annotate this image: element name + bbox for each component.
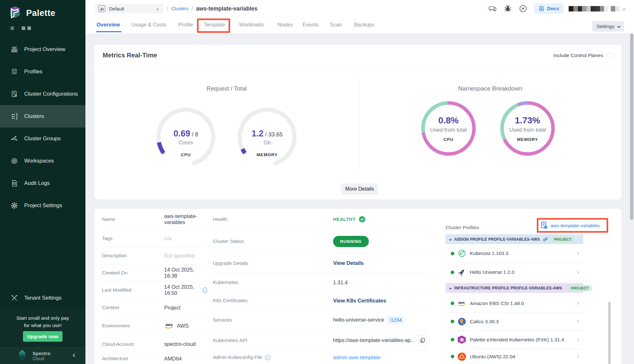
cpu-gauge: 0.69/ 8 Cores CPU — [154, 105, 218, 169]
profile-layer-name: Amazon EBS CSI 1.48.0 — [470, 301, 524, 306]
profile-layer-amazon-ebs[interactable]: aws Amazon EBS CSI 1.48.0 — [446, 294, 583, 313]
field-label: Created On — [102, 270, 164, 276]
sidebar-footer: Spectro Cloud — [0, 347, 85, 364]
active-tab-underline — [96, 31, 121, 32]
cpu-total-value: / 8 — [192, 131, 198, 138]
status-badge[interactable]: RUNNING — [333, 236, 369, 247]
tab-workloads[interactable]: Workloads — [239, 22, 264, 28]
service-port-link[interactable]: :1234 — [387, 316, 404, 324]
cluster-name-value: aws-template-variables — [164, 213, 207, 225]
chat-icon[interactable] — [488, 4, 497, 13]
page-scrollbar-thumb[interactable] — [630, 33, 633, 220]
profile-layer-name: Calico 3.30.3 — [470, 319, 499, 324]
sidebar-item-clusters[interactable]: Clusters — [0, 105, 85, 127]
tags-value: n/a — [164, 236, 171, 242]
sidebar-item-workspaces[interactable]: Workspaces — [0, 150, 85, 172]
project-selector[interactable]: Default — [95, 4, 163, 13]
metrics-card: Metrics Real-Time Include Control Planes… — [94, 45, 622, 200]
compass-icon[interactable] — [519, 4, 527, 13]
chevron-right-icon — [576, 355, 579, 358]
field-label: Cluster Status — [213, 238, 333, 244]
user-menu-chevron[interactable] — [623, 7, 626, 10]
detail-row-kubernetes: Kubernetes 1.31.4 — [213, 273, 430, 292]
tab-events[interactable]: Events — [302, 22, 318, 28]
cluster-settings-button[interactable]: Settings — [592, 21, 624, 32]
sidebar-item-cluster-configurations[interactable]: Cluster Configurations — [0, 83, 85, 105]
infrastructure-profile-header[interactable]: INFRASTRUCTURE PROFILE PROFILE-VARIABLES… — [446, 283, 583, 293]
cluster-profile-link[interactable]: aws-template-variables — [550, 223, 600, 228]
profile-layer-ubuntu[interactable]: Ubuntu (AWS) 22.04 — [446, 349, 583, 364]
field-label: K8s Certificates — [213, 298, 333, 303]
kubernetes-version-value: 1.31.4 — [333, 280, 348, 286]
breadcrumb-clusters-link[interactable]: Clusters — [171, 6, 188, 11]
copy-button[interactable] — [418, 335, 427, 346]
tab-profile[interactable]: Profile — [178, 22, 193, 28]
network-icon — [11, 135, 18, 142]
admin-kubeconfig-link[interactable]: admin.aws-template- — [333, 354, 382, 360]
tab-scan[interactable]: Scan — [330, 22, 342, 28]
view-k8s-certificates-link[interactable]: View K8s Certificates — [333, 298, 386, 304]
audit-log-icon — [11, 179, 18, 187]
chevron-right-icon — [576, 271, 579, 274]
memory-unit: Gb — [264, 140, 271, 146]
upgrade-text-line1: Start small and only pay — [0, 309, 85, 322]
cpu-used-percent: 0.8% — [438, 115, 459, 126]
profile-layer-pxk[interactable]: Palette eXtended Kubernetes (PXK) 1.31.4 — [446, 331, 583, 349]
memory-gauge-text: 1.2/ 33.65 Gb — [235, 105, 299, 169]
redacted-user-name[interactable] — [569, 6, 620, 11]
tab-backups[interactable]: Backups — [354, 22, 374, 28]
clusters-icon — [11, 113, 18, 120]
project-badge: PROJECT — [551, 236, 575, 243]
chevron-down-icon — [449, 287, 452, 289]
cpu-unit: Cores — [179, 140, 193, 146]
field-label: Services — [213, 317, 333, 323]
health-status-text: HEALTHY — [333, 217, 356, 222]
sidebar-item-tenant-settings[interactable]: Tenant Settings — [0, 287, 85, 309]
field-label: Environment — [102, 323, 164, 329]
detail-row-admin-kubeconfig: Admin Kubeconfig Filei admin.aws-templat… — [213, 351, 430, 364]
chevron-down-icon — [156, 7, 159, 10]
sidebar-collapse-button[interactable] — [73, 353, 76, 357]
profile-layer-hello-universe[interactable]: Hello Universe 1.2.0 — [446, 263, 583, 282]
info-icon[interactable]: i — [265, 355, 270, 360]
sidebar-item-label: Clusters — [24, 113, 44, 120]
sidebar-item-label: Audit Logs — [24, 180, 50, 186]
metrics-title: Metrics Real-Time — [103, 52, 157, 59]
hello-universe-logo — [457, 268, 466, 277]
status-dot — [451, 271, 454, 274]
upgrade-text-line2: for what you use! — [0, 322, 85, 329]
memory-gauge: 1.2/ 33.65 Gb MEMORY — [235, 105, 299, 169]
tab-usage-costs[interactable]: Usage & Costs — [131, 22, 166, 28]
sidebar-nav: Project Overview Profiles Cluster Config… — [0, 38, 85, 217]
tab-overview[interactable]: Overview — [97, 22, 120, 28]
profile-layer-name: Kubecost 1.103.3 — [470, 251, 508, 256]
sidebar-item-project-overview[interactable]: Project Overview — [0, 38, 85, 61]
namespace-breakdown-title: Namespace Breakdown — [359, 85, 622, 93]
field-label: Name — [102, 216, 164, 222]
docs-button[interactable]: Docs — [534, 4, 564, 14]
include-control-planes-label: Include Control Planes — [553, 53, 603, 58]
field-label: Upgrade Details — [213, 260, 333, 266]
tab-template[interactable]: Template — [204, 22, 225, 28]
addon-profile-header[interactable]: ADDON PROFILE PROFILE-VARIABLES-AWS PROJ… — [446, 234, 583, 244]
tools-icon — [11, 294, 18, 302]
bug-icon[interactable] — [504, 4, 512, 13]
profile-layer-kubecost[interactable]: Kubecost 1.103.3 — [446, 244, 583, 263]
sidebar-item-project-settings[interactable]: Project Settings — [0, 194, 85, 217]
profiles-scrollbar-thumb[interactable] — [608, 302, 611, 364]
info-icon[interactable]: i — [203, 288, 207, 293]
cpu-donut-text: 0.8% Used from total CPU — [418, 98, 479, 159]
include-control-planes-checkbox[interactable] — [608, 53, 613, 58]
sidebar-item-profiles[interactable]: Profiles — [0, 61, 85, 83]
view-details-link[interactable]: View Details — [333, 260, 364, 266]
sidebar-item-cluster-groups[interactable]: Cluster Groups — [0, 127, 85, 150]
memory-request-value: 1.2 — [251, 129, 264, 138]
tab-nodes[interactable]: Nodes — [278, 22, 293, 28]
calico-logo — [457, 317, 466, 326]
profile-layer-calico[interactable]: Calico 3.30.3 — [446, 313, 583, 331]
sidebar-item-audit-logs[interactable]: Audit Logs — [0, 172, 85, 194]
upgrade-now-button[interactable]: Upgrade now — [23, 331, 62, 342]
more-details-button[interactable]: More Details — [341, 183, 378, 195]
cpu-namespace-donut: 0.8% Used from total CPU — [418, 98, 479, 159]
include-control-planes: Include Control Planes — [553, 53, 613, 58]
